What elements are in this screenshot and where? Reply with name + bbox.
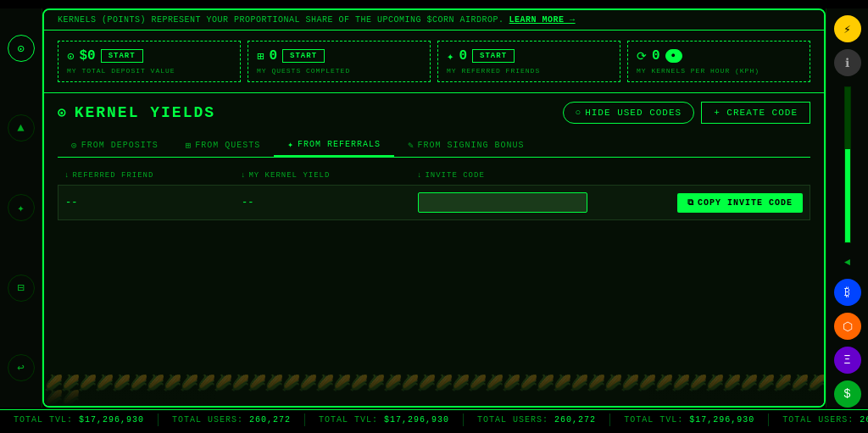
signing-tab-icon: ✎	[408, 140, 415, 151]
header-action	[593, 171, 804, 180]
green-bar-fill	[845, 149, 850, 242]
ticker-value-2: 260,272	[249, 415, 291, 425]
cell-yield: --	[242, 197, 411, 208]
ticker-content: TOTAL TVL: $17,296,930 TOTAL USERS: 260,…	[0, 414, 868, 426]
quests-start-button[interactable]: START	[282, 49, 325, 63]
ticker-label-3: TOTAL TVL:	[319, 415, 384, 425]
header-friend-label: REFERRED FRIEND	[72, 171, 153, 180]
ticker-label-1: TOTAL TVL:	[14, 415, 79, 425]
deposits-tab-label: FROM DEPOSITS	[81, 141, 159, 150]
ticker-label-4: TOTAL USERS:	[477, 415, 554, 425]
header-code-label: INVITE CODE	[425, 171, 484, 180]
stat-card-deposit: ⊙ $0 START MY TOTAL DEPOSIT VALUE	[58, 41, 241, 82]
bottom-ticker: TOTAL TVL: $17,296,930 TOTAL USERS: 260,…	[0, 409, 868, 433]
right-sidebar: ⚡ ℹ ◄ ₿ ⬡ Ξ $	[826, 8, 868, 408]
main-screen: KERNELS (POINTS) REPRESENT YOUR PROPORTI…	[42, 8, 826, 408]
right-icon-dollar[interactable]: $	[834, 380, 861, 408]
header-yield: ↓ MY KERNEL YIELD	[241, 171, 410, 180]
header-friend: ↓ REFERRED FRIEND	[64, 171, 234, 180]
cell-friend: --	[65, 197, 235, 208]
sidebar-icon-target[interactable]: ⊙	[8, 35, 35, 62]
header-yield-arrow: ↓	[241, 171, 246, 180]
banner-text: KERNELS (POINTS) REPRESENT YOUR PROPORTI…	[58, 15, 504, 25]
tab-from-quests[interactable]: ⊞ FROM QUESTS	[172, 134, 275, 157]
copy-invite-code-button[interactable]: ⧉ COPY INVITE CODE	[677, 193, 803, 213]
sidebar-icon-star[interactable]: ✦	[8, 194, 35, 221]
create-code-label: + CREATE CODE	[714, 108, 798, 118]
deposit-icon: ⊙	[67, 49, 74, 64]
copy-icon: ⧉	[687, 198, 694, 208]
referrals-label: MY REFERRED FRIENDS	[447, 67, 611, 75]
green-bar-indicator	[844, 86, 851, 243]
kph-value: 0	[652, 48, 660, 64]
left-sidebar: ⊙ ▲ ✦ ⊟ ↩	[0, 8, 42, 408]
section-title: ⊙ KERNEL YIELDS	[58, 104, 215, 121]
hide-codes-circle: ○	[576, 108, 582, 118]
right-icon-eth[interactable]: Ξ	[834, 347, 861, 374]
ticker-item-1: TOTAL TVL: $17,296,930	[0, 414, 159, 426]
header-code-arrow: ↓	[417, 171, 422, 180]
right-icon-bitcoin[interactable]: ₿	[834, 279, 861, 306]
right-icon-lightning[interactable]: ⚡	[834, 15, 861, 42]
deposit-start-button[interactable]: START	[101, 49, 143, 63]
section-title-text: KERNEL YIELDS	[75, 104, 215, 121]
section-title-icon: ⊙	[58, 104, 68, 121]
ticker-value-6: 260,272	[860, 415, 868, 425]
section-header: ⊙ KERNEL YIELDS ○ HIDE USED CODES + CREA…	[58, 102, 810, 124]
deposit-label: MY TOTAL DEPOSIT VALUE	[67, 67, 231, 75]
ticker-item-5: TOTAL TVL: $17,296,930	[610, 414, 769, 426]
tabs-row: ⊙ FROM DEPOSITS ⊞ FROM QUESTS ✦ FROM REF…	[58, 134, 810, 158]
sidebar-icon-triangle[interactable]: ▲	[8, 114, 35, 142]
referrals-start-button[interactable]: START	[472, 49, 515, 63]
quests-icon: ⊞	[257, 49, 264, 64]
ticker-label-2: TOTAL USERS:	[172, 415, 249, 425]
kph-icon: ⟳	[637, 49, 647, 64]
stat-card-quests: ⊞ 0 START MY QUESTS COMPLETED	[248, 41, 431, 82]
main-content: ⊙ KERNEL YIELDS ○ HIDE USED CODES + CREA…	[44, 93, 824, 232]
ticker-item-4: TOTAL USERS: 260,272	[464, 414, 610, 426]
sidebar-icon-grid[interactable]: ⊟	[8, 275, 35, 302]
ticker-value-3: $17,296,930	[384, 415, 449, 425]
stats-row: ⊙ $0 START MY TOTAL DEPOSIT VALUE ⊞ 0 ST…	[44, 31, 824, 93]
ticker-value-5: $17,296,930	[689, 415, 754, 425]
referrals-icon: ✦	[447, 49, 453, 64]
deposit-value: $0	[79, 48, 95, 64]
tab-from-referrals[interactable]: ✦ FROM REFERRALS	[274, 134, 394, 157]
right-icon-hex[interactable]: ⬡	[834, 313, 861, 340]
header-code: ↓ INVITE CODE	[417, 171, 587, 180]
table-row: -- -- ⧉ COPY INVITE CODE	[58, 185, 810, 220]
top-banner: KERNELS (POINTS) REPRESENT YOUR PROPORTI…	[44, 10, 824, 31]
quests-tab-icon: ⊞	[186, 140, 192, 151]
ticker-item-6: TOTAL USERS: 260,272	[769, 414, 868, 426]
hide-codes-label: HIDE USED CODES	[585, 108, 682, 118]
ticker-value-1: $17,296,930	[79, 415, 144, 425]
kph-toggle-button[interactable]: ●	[665, 49, 682, 63]
create-code-button[interactable]: + CREATE CODE	[701, 102, 810, 124]
quests-tab-label: FROM QUESTS	[195, 141, 260, 150]
ticker-item-3: TOTAL TVL: $17,296,930	[305, 414, 464, 426]
kph-label: MY KERNELS PER HOUR (KPH)	[637, 67, 801, 75]
sidebar-icon-back[interactable]: ↩	[8, 354, 35, 381]
referrals-value: 0	[459, 48, 467, 64]
cell-invite-code	[418, 192, 587, 213]
stat-card-referrals: ✦ 0 START MY REFERRED FRIENDS	[437, 41, 620, 82]
right-icon-info[interactable]: ℹ	[834, 49, 861, 76]
quests-value: 0	[269, 48, 277, 64]
right-arrow[interactable]: ◄	[841, 253, 854, 272]
table-header: ↓ REFERRED FRIEND ↓ MY KERNEL YIELD ↓ IN…	[58, 166, 810, 185]
corn-top-fade	[44, 330, 824, 380]
ticker-value-4: 260,272	[554, 415, 596, 425]
header-buttons: ○ HIDE USED CODES + CREATE CODE	[563, 102, 810, 124]
ticker-item-2: TOTAL USERS: 260,272	[159, 414, 305, 426]
stat-card-kph: ⟳ 0 ● MY KERNELS PER HOUR (KPH)	[627, 41, 810, 82]
deposits-tab-icon: ⊙	[71, 140, 78, 151]
hide-used-codes-button[interactable]: ○ HIDE USED CODES	[563, 102, 695, 124]
header-yield-label: MY KERNEL YIELD	[248, 171, 330, 180]
learn-more-link[interactable]: LEARN MORE →	[509, 15, 576, 25]
referrals-tab-label: FROM REFERRALS	[298, 140, 381, 149]
quests-label: MY QUESTS COMPLETED	[257, 67, 421, 75]
tab-from-signing[interactable]: ✎ FROM SIGNING BONUS	[394, 134, 538, 157]
ticker-label-5: TOTAL TVL:	[624, 415, 689, 425]
signing-tab-label: FROM SIGNING BONUS	[418, 141, 525, 150]
tab-from-deposits[interactable]: ⊙ FROM DEPOSITS	[58, 134, 172, 157]
